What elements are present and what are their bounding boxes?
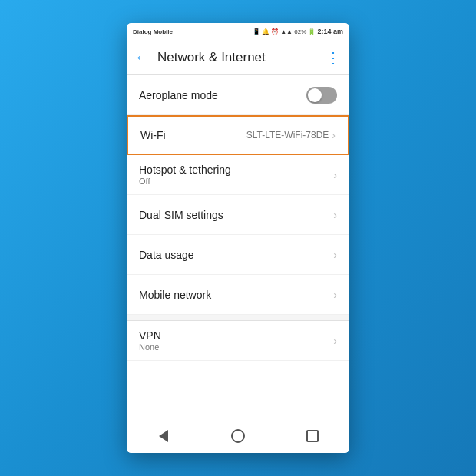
setting-item-mobile-network[interactable]: Mobile network › — [127, 275, 349, 315]
hotspot-title: Hotspot & tethering — [139, 164, 333, 176]
mobile-network-title: Mobile network — [139, 289, 333, 301]
dual-sim-content: Dual SIM settings — [139, 209, 333, 221]
divider — [127, 315, 349, 321]
aeroplane-mode-content: Aeroplane mode — [139, 89, 306, 101]
setting-item-dual-sim[interactable]: Dual SIM settings › — [127, 195, 349, 235]
nav-back-button[interactable] — [150, 422, 177, 450]
hotspot-chevron-icon: › — [333, 169, 337, 181]
setting-item-data-usage[interactable]: Data usage › — [127, 235, 349, 275]
signal-icons: ▲▲ 62% 🔋 — [280, 28, 316, 35]
setting-item-wifi[interactable]: Wi-Fi SLT-LTE-WiFi-78DE › — [127, 115, 349, 155]
setting-item-vpn[interactable]: VPN None › — [127, 321, 349, 361]
status-icons: 📱 🔔 ⏰ ▲▲ 62% 🔋 2:14 am — [253, 28, 343, 35]
hotspot-subtitle: Off — [139, 177, 333, 186]
dual-sim-title: Dual SIM settings — [139, 209, 333, 221]
nav-recent-button[interactable] — [299, 422, 326, 450]
setting-item-hotspot[interactable]: Hotspot & tethering Off › — [127, 155, 349, 195]
app-bar: ← Network & Internet ⋮ — [127, 40, 349, 75]
time-display: 2:14 am — [317, 28, 343, 35]
notification-icons: 📱 🔔 ⏰ — [253, 28, 279, 35]
nav-back-icon — [159, 430, 168, 442]
app-bar-title: Network & Internet — [157, 50, 326, 65]
mobile-network-content: Mobile network — [139, 289, 333, 301]
data-usage-chevron-icon: › — [333, 249, 337, 261]
dual-sim-chevron-icon: › — [333, 209, 337, 221]
vpn-subtitle: None — [139, 342, 333, 352]
status-bar: Dialog Mobile 📱 🔔 ⏰ ▲▲ 62% 🔋 2:14 am — [127, 23, 349, 40]
mobile-network-chevron-icon: › — [333, 289, 337, 301]
status-carrier: Dialog Mobile — [133, 28, 173, 35]
data-usage-title: Data usage — [139, 249, 333, 261]
vpn-content: VPN None — [139, 329, 333, 352]
wifi-content: Wi-Fi — [140, 129, 246, 141]
wifi-value: SLT-LTE-WiFi-78DE — [246, 130, 329, 140]
nav-recent-icon — [306, 430, 319, 442]
setting-item-aeroplane-mode[interactable]: Aeroplane mode — [127, 75, 349, 115]
nav-home-button[interactable] — [224, 422, 252, 450]
hotspot-content: Hotspot & tethering Off — [139, 164, 333, 186]
more-options-button[interactable]: ⋮ — [326, 48, 342, 67]
wifi-chevron-icon: › — [332, 129, 336, 141]
settings-list: Aeroplane mode Wi-Fi SLT-LTE-WiFi-78DE ›… — [127, 75, 349, 418]
data-usage-content: Data usage — [139, 249, 333, 261]
phone-container: Dialog Mobile 📱 🔔 ⏰ ▲▲ 62% 🔋 2:14 am ← N… — [127, 23, 349, 453]
wifi-title: Wi-Fi — [140, 129, 246, 141]
vpn-chevron-icon: › — [333, 335, 337, 347]
aeroplane-mode-title: Aeroplane mode — [139, 89, 306, 101]
nav-bar — [127, 418, 349, 453]
back-button[interactable]: ← — [134, 48, 150, 66]
nav-home-icon — [231, 429, 245, 443]
aeroplane-mode-toggle[interactable] — [306, 87, 337, 104]
vpn-title: VPN — [139, 329, 333, 342]
toggle-knob — [308, 88, 322, 102]
